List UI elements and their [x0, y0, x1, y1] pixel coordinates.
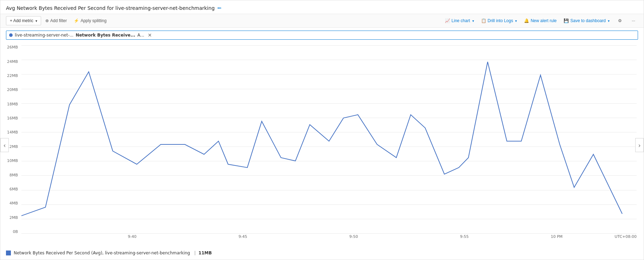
y-axis-label: 16MB [0, 116, 21, 120]
legend-value: 11MB [198, 251, 212, 255]
drill-logs-caret: ▾ [515, 19, 517, 23]
y-axis-label: 4MB [0, 201, 21, 205]
legend-area: Network Bytes Received Per Second (Avg),… [0, 248, 644, 260]
x-axis-label: 9:45 [238, 234, 247, 239]
add-metric-button[interactable]: + Add metric ▾ [6, 16, 41, 25]
settings-icon: ⚙ [618, 18, 622, 23]
apply-splitting-button[interactable]: ⚡ Apply splitting [71, 17, 109, 25]
main-container: Avg Network Bytes Received Per Second fo… [0, 0, 644, 260]
add-metric-label: + Add metric [10, 18, 33, 23]
x-axis-label: 9:55 [460, 234, 469, 239]
y-axis-label: 8MB [0, 173, 21, 177]
utc-label: UTC+08:00 [615, 234, 637, 239]
metric-resource: live-streaming-server-net-... [15, 33, 73, 38]
add-metric-caret: ▾ [35, 19, 37, 23]
y-axis-label: 20MB [0, 88, 21, 92]
line-chart-icon: 📈 [445, 18, 450, 23]
save-to-dashboard-label: Save to dashboard [570, 18, 606, 23]
save-to-dashboard-button[interactable]: 💾 Save to dashboard ▾ [562, 17, 611, 25]
x-axis: UTC+08:00 9:409:459:509:5510 PM [21, 234, 637, 245]
title-bar: Avg Network Bytes Received Per Second fo… [0, 0, 644, 14]
y-axis-label: 0B [0, 230, 21, 234]
line-chart-label: Line chart [452, 18, 470, 23]
page-title: Avg Network Bytes Received Per Second fo… [6, 5, 215, 11]
filter-icon: ⊕ [45, 18, 49, 23]
more-icon: ··· [632, 18, 635, 23]
chart-area: ‹ 0B2MB4MB6MB8MB10MB12MB14MB16MB18MB20MB… [0, 43, 644, 248]
chart-nav-right[interactable]: › [635, 138, 644, 152]
apply-splitting-label: Apply splitting [80, 18, 106, 23]
edit-title-icon[interactable]: ✏ [217, 5, 222, 11]
new-alert-rule-button[interactable]: 🔔 New alert rule [523, 17, 558, 25]
metric-tag: live-streaming-server-net-... Network By… [6, 31, 638, 40]
legend-label: Network Bytes Received Per Second (Avg),… [14, 251, 190, 255]
legend-swatch [6, 251, 11, 255]
y-axis-label: 24MB [0, 60, 21, 64]
drill-into-logs-button[interactable]: 📋 Drill into Logs ▾ [480, 17, 519, 25]
add-filter-button[interactable]: ⊕ Add filter [42, 17, 70, 25]
settings-button[interactable]: ⚙ [615, 17, 625, 25]
y-axis-label: 6MB [0, 187, 21, 191]
split-icon: ⚡ [74, 18, 79, 23]
alert-icon: 🔔 [524, 18, 529, 23]
chart-nav-left[interactable]: ‹ [0, 138, 9, 152]
toolbar: + Add metric ▾ ⊕ Add filter ⚡ Apply spli… [0, 14, 644, 28]
drill-logs-icon: 📋 [481, 18, 486, 23]
y-axis-label: 2MB [0, 216, 21, 220]
toolbar-left: + Add metric ▾ ⊕ Add filter ⚡ Apply spli… [6, 16, 442, 25]
metric-close-icon[interactable]: ✕ [148, 32, 152, 38]
metric-name: Network Bytes Receive... [75, 33, 135, 38]
x-axis-label: 10 PM [551, 234, 563, 239]
add-filter-label: Add filter [50, 18, 67, 23]
line-chart-caret: ▾ [472, 19, 474, 23]
drill-into-logs-label: Drill into Logs [488, 18, 513, 23]
line-chart-path [21, 62, 622, 216]
save-icon: 💾 [564, 18, 569, 23]
chart-inner [21, 45, 637, 234]
y-axis-label: 26MB [0, 45, 21, 49]
new-alert-rule-label: New alert rule [531, 18, 557, 23]
line-chart-button[interactable]: 📈 Line chart ▾ [443, 17, 475, 25]
metric-aggregation: A... [137, 33, 144, 38]
y-axis-label: 18MB [0, 102, 21, 106]
more-button[interactable]: ··· [629, 17, 638, 25]
x-axis-label: 9:50 [349, 234, 358, 239]
toolbar-right: 📈 Line chart ▾ 📋 Drill into Logs ▾ 🔔 New… [443, 17, 638, 25]
grid-line [21, 219, 637, 219]
y-axis-label: 22MB [0, 74, 21, 78]
grid-line [21, 233, 637, 234]
y-axis-label: 10MB [0, 159, 21, 163]
save-caret: ▾ [608, 19, 610, 23]
y-axis-label: 14MB [0, 130, 21, 134]
metric-dot [9, 33, 13, 37]
x-axis-label: 9:40 [128, 234, 137, 239]
line-chart-svg [21, 45, 637, 217]
